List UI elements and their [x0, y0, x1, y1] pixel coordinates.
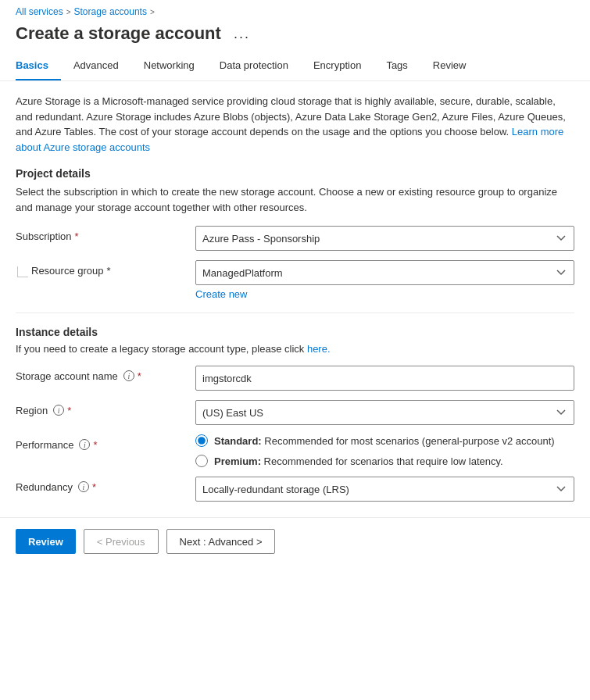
resource-group-row: Resource group * ManagedPlatform Create … [16, 260, 574, 300]
create-new-link[interactable]: Create new [195, 288, 574, 300]
tab-encryption[interactable]: Encryption [301, 53, 374, 80]
footer: Review < Previous Next : Advanced > [0, 517, 590, 565]
redundancy-control: Locally-redundant storage (LRS) [195, 477, 574, 502]
breadcrumb-chevron-1: > [66, 8, 71, 16]
region-required: * [67, 405, 71, 416]
tabs-nav: Basics Advanced Networking Data protecti… [0, 53, 590, 81]
subscription-control: Azure Pass - Sponsorship [195, 226, 574, 251]
subscription-required: * [75, 230, 79, 242]
tab-basics[interactable]: Basics [16, 53, 61, 80]
region-dropdown[interactable]: (US) East US [195, 400, 574, 425]
page-title: Create a storage account [16, 23, 221, 44]
redundancy-label: Redundancy i * [16, 477, 195, 493]
performance-row: Performance i * Standard: Recommended fo… [16, 434, 574, 467]
breadcrumb-chevron-2: > [150, 8, 155, 16]
project-details-desc: Select the subscription in which to crea… [16, 184, 574, 215]
page-title-row: Create a storage account ... [0, 20, 590, 53]
performance-standard-radio[interactable] [195, 434, 208, 447]
tab-data-protection[interactable]: Data protection [207, 53, 301, 80]
region-control: (US) East US [195, 400, 574, 425]
redundancy-dropdown[interactable]: Locally-redundant storage (LRS) [195, 477, 574, 502]
breadcrumb: All services > Storage accounts > [0, 0, 590, 20]
next-button[interactable]: Next : Advanced > [166, 529, 276, 554]
performance-premium-radio[interactable] [195, 455, 208, 467]
redundancy-row: Redundancy i * Locally-redundant storage… [16, 477, 574, 502]
region-label: Region i * [16, 400, 195, 416]
subscription-label: Subscription * [16, 226, 195, 242]
storage-name-control [195, 366, 574, 391]
performance-label: Performance i * [16, 434, 195, 451]
resource-indent-line [17, 266, 28, 277]
previous-button[interactable]: < Previous [84, 529, 159, 554]
subscription-dropdown[interactable]: Azure Pass - Sponsorship [195, 226, 574, 251]
performance-standard-label: Standard: Recommended for most scenarios… [214, 435, 555, 447]
resource-group-dropdown[interactable]: ManagedPlatform [195, 260, 574, 285]
storage-name-label: Storage account name i * [16, 366, 195, 382]
performance-radio-group: Standard: Recommended for most scenarios… [195, 434, 574, 467]
tab-review[interactable]: Review [420, 53, 479, 80]
main-content: Azure Storage is a Microsoft-managed ser… [0, 81, 590, 502]
performance-premium-option[interactable]: Premium: Recommended for scenarios that … [195, 455, 574, 467]
resource-group-label: Resource group [31, 265, 104, 277]
performance-required: * [93, 439, 97, 451]
storage-name-input[interactable] [195, 366, 574, 391]
breadcrumb-all-services[interactable]: All services [16, 6, 63, 17]
storage-name-info-icon[interactable]: i [123, 370, 134, 381]
performance-info-icon[interactable]: i [79, 439, 90, 450]
region-info-icon[interactable]: i [53, 405, 64, 416]
region-row: Region i * (US) East US [16, 400, 574, 425]
breadcrumb-storage-accounts[interactable]: Storage accounts [74, 6, 147, 17]
instance-details-title: Instance details [16, 326, 574, 338]
performance-control: Standard: Recommended for most scenarios… [195, 434, 574, 467]
subscription-row: Subscription * Azure Pass - Sponsorship [16, 226, 574, 251]
storage-name-required: * [138, 370, 141, 382]
instance-note: If you need to create a legacy storage a… [16, 343, 574, 355]
tab-networking[interactable]: Networking [131, 53, 207, 80]
performance-premium-label: Premium: Recommended for scenarios that … [214, 455, 503, 467]
here-link[interactable]: here. [307, 343, 331, 355]
performance-standard-option[interactable]: Standard: Recommended for most scenarios… [195, 434, 574, 447]
redundancy-info-icon[interactable]: i [78, 481, 89, 492]
redundancy-required: * [92, 481, 96, 493]
section-divider-1 [16, 312, 574, 313]
description-text: Azure Storage is a Microsoft-managed ser… [16, 94, 574, 155]
resource-group-control: ManagedPlatform Create new [195, 260, 574, 300]
ellipsis-button[interactable]: ... [229, 24, 255, 44]
storage-name-row: Storage account name i * [16, 366, 574, 391]
tab-tags[interactable]: Tags [374, 53, 420, 80]
resource-group-required: * [107, 265, 111, 277]
tab-advanced[interactable]: Advanced [61, 53, 131, 80]
description-body: Azure Storage is a Microsoft-managed ser… [16, 95, 566, 138]
review-button[interactable]: Review [16, 529, 76, 554]
project-details-title: Project details [16, 167, 574, 180]
